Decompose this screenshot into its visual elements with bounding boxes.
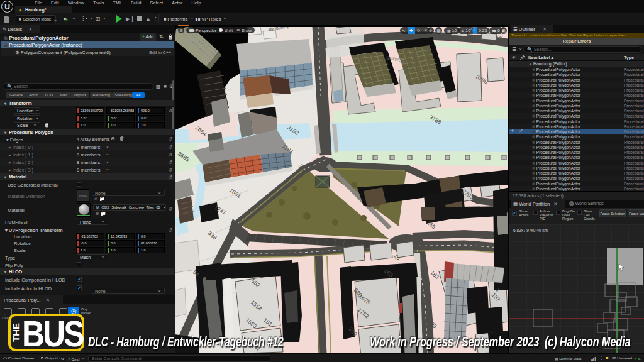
svg-text:163: 163 (430, 269, 441, 280)
